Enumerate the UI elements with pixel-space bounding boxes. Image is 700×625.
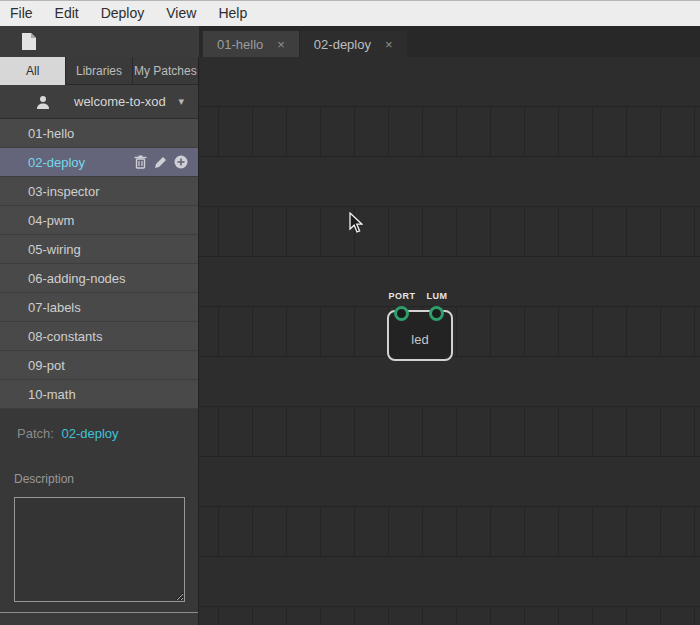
patch-canvas[interactable]: PORT LUM led: [199, 57, 700, 625]
description-label: Description: [14, 472, 198, 486]
filter-tabs: All Libraries My Patches: [0, 57, 198, 85]
menu-deploy[interactable]: Deploy: [90, 1, 156, 26]
patch-info-value: 02-deploy: [61, 426, 118, 441]
close-icon[interactable]: ×: [385, 38, 393, 51]
patch-item-08-constants[interactable]: 08-constants: [0, 322, 198, 351]
add-patch-icon[interactable]: [174, 155, 188, 169]
patch-item-05-wiring[interactable]: 05-wiring: [0, 235, 198, 264]
pin-label-lum: LUM: [417, 291, 457, 301]
patch-item-09-pot[interactable]: 09-pot: [0, 351, 198, 380]
user-icon: [36, 95, 50, 109]
project-row[interactable]: welcome-to-xod ▾: [0, 85, 198, 119]
menubar: File Edit Deploy View Help: [0, 0, 700, 26]
rename-patch-icon[interactable]: [154, 156, 167, 169]
menu-view[interactable]: View: [155, 1, 207, 26]
mouse-cursor: [349, 212, 363, 234]
filter-tab-libraries[interactable]: Libraries: [66, 57, 132, 85]
menu-help[interactable]: Help: [207, 1, 258, 26]
project-browser-sidebar: All Libraries My Patches welcome-to-xod …: [0, 57, 199, 625]
pin-port[interactable]: [394, 306, 409, 321]
patch-item-06-adding-nodes[interactable]: 06-adding-nodes: [0, 264, 198, 293]
patch-info-panel: Patch: 02-deploy Description: [0, 409, 198, 612]
tab-label: 02-deploy: [314, 37, 371, 52]
filter-tab-all[interactable]: All: [0, 57, 66, 85]
patch-item-04-pwm[interactable]: 04-pwm: [0, 206, 198, 235]
menu-edit[interactable]: Edit: [44, 1, 90, 26]
main-area: All Libraries My Patches welcome-to-xod …: [0, 57, 700, 625]
tab-label: 01-hello: [217, 37, 263, 52]
toolbar: [0, 26, 199, 57]
pin-lum[interactable]: [429, 306, 444, 321]
menu-file[interactable]: File: [10, 1, 44, 26]
description-textarea[interactable]: [14, 497, 185, 602]
patch-item-10-math[interactable]: 10-math: [0, 380, 198, 409]
patch-item-01-hello[interactable]: 01-hello: [0, 119, 198, 148]
tab-02-deploy[interactable]: 02-deploy ×: [300, 31, 407, 57]
new-document-icon[interactable]: [21, 32, 37, 51]
patch-info-label: Patch:: [17, 426, 54, 441]
filter-tab-my-patches[interactable]: My Patches: [133, 57, 198, 85]
project-name: welcome-to-xod: [74, 94, 166, 109]
delete-patch-icon[interactable]: [134, 155, 147, 169]
sidebar-bottom-strip: [0, 613, 198, 625]
patch-item-label: 02-deploy: [28, 155, 85, 170]
pin-label-port: PORT: [382, 291, 422, 301]
node-label: led: [411, 332, 428, 347]
editor-tabstrip: 01-hello × 02-deploy ×: [199, 26, 700, 57]
top-strip: 01-hello × 02-deploy ×: [0, 26, 700, 57]
patch-list: 01-hello 02-deploy: [0, 119, 198, 409]
close-icon[interactable]: ×: [277, 38, 285, 51]
patch-actions: [134, 148, 188, 176]
tab-01-hello[interactable]: 01-hello ×: [203, 31, 299, 57]
chevron-down-icon[interactable]: ▾: [178, 95, 184, 108]
patch-item-03-inspector[interactable]: 03-inspector: [0, 177, 198, 206]
patch-item-02-deploy[interactable]: 02-deploy: [0, 148, 198, 177]
xod-ide-window: File Edit Deploy View Help 01-hello × 02…: [0, 0, 700, 625]
patch-item-07-labels[interactable]: 07-labels: [0, 293, 198, 322]
